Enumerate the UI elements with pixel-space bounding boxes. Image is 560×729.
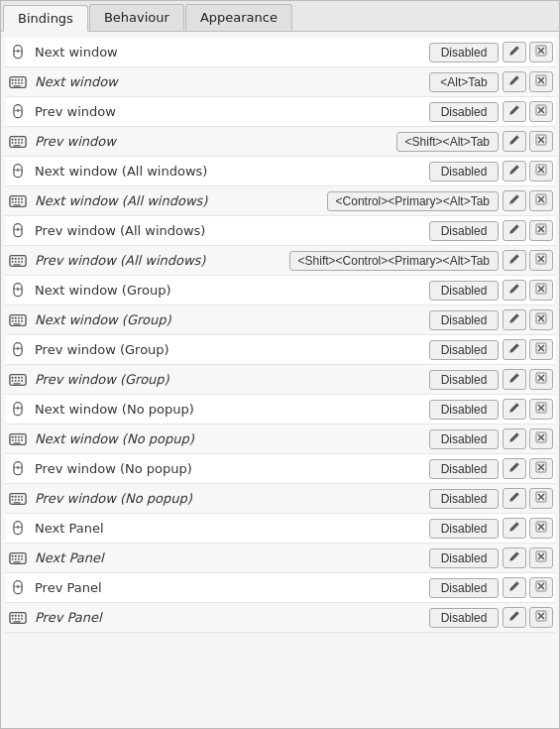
clear-binding-button[interactable] (529, 280, 553, 301)
edit-binding-button[interactable] (503, 131, 526, 152)
clear-binding-button[interactable] (529, 309, 553, 330)
binding-shortcut-button[interactable]: Disabled (429, 519, 499, 539)
clear-binding-button[interactable] (529, 131, 553, 152)
mouse-icon (7, 101, 29, 123)
binding-label: Next window (Group) (33, 312, 429, 327)
binding-shortcut-button[interactable]: Disabled (429, 102, 499, 122)
keyboard-icon (7, 369, 29, 391)
binding-shortcut-button[interactable]: <Alt>Tab (429, 72, 499, 92)
binding-shortcut-button[interactable]: <Shift><Control><Primary><Alt>Tab (289, 251, 499, 271)
binding-value: <Control><Primary><Alt>Tab (327, 191, 499, 211)
clear-binding-button[interactable] (529, 518, 553, 539)
binding-shortcut-button[interactable]: Disabled (429, 43, 499, 62)
binding-shortcut-button[interactable]: Disabled (429, 400, 499, 420)
svg-rect-104 (18, 376, 20, 378)
binding-label: Next window (No popup) (33, 402, 429, 417)
edit-binding-button[interactable] (503, 71, 526, 92)
clear-binding-button[interactable] (529, 428, 553, 449)
edit-binding-button[interactable] (503, 428, 526, 449)
clear-binding-button[interactable] (529, 577, 553, 598)
binding-shortcut-button[interactable]: Disabled (429, 370, 499, 390)
clear-binding-button[interactable] (529, 101, 553, 122)
binding-value: Disabled (429, 340, 499, 360)
svg-rect-52 (21, 201, 23, 203)
edit-binding-button[interactable] (503, 161, 526, 182)
binding-shortcut-button[interactable]: Disabled (429, 429, 499, 449)
binding-label: Prev window (33, 104, 429, 119)
svg-rect-178 (12, 614, 14, 616)
binding-shortcut-button[interactable]: Disabled (429, 548, 499, 568)
svg-rect-87 (12, 320, 14, 322)
binding-shortcut-button[interactable]: Disabled (429, 281, 499, 301)
row-actions (503, 547, 553, 568)
clear-binding-button[interactable] (529, 339, 553, 360)
clear-binding-button[interactable] (529, 488, 553, 509)
svg-rect-27 (15, 138, 17, 140)
binding-shortcut-button[interactable]: <Control><Primary><Alt>Tab (327, 191, 499, 211)
svg-rect-28 (18, 138, 20, 140)
edit-binding-button[interactable] (503, 339, 526, 360)
svg-rect-8 (15, 78, 17, 80)
binding-shortcut-button[interactable]: Disabled (429, 340, 499, 360)
binding-shortcut-button[interactable]: Disabled (429, 162, 499, 182)
edit-binding-button[interactable] (503, 518, 526, 539)
clear-binding-button[interactable] (529, 190, 553, 211)
clear-binding-button[interactable] (529, 42, 553, 62)
clear-binding-button[interactable] (529, 369, 553, 390)
edit-binding-button[interactable] (503, 458, 526, 479)
edit-binding-button[interactable] (503, 369, 526, 390)
svg-rect-125 (12, 439, 14, 441)
clear-binding-button[interactable] (529, 71, 553, 92)
binding-shortcut-button[interactable]: Disabled (429, 221, 499, 241)
clear-binding-button[interactable] (529, 250, 553, 271)
binding-shortcut-button[interactable]: <Shift><Alt>Tab (396, 132, 499, 152)
edit-binding-button[interactable] (503, 220, 526, 241)
svg-rect-109 (21, 380, 23, 382)
edit-binding-button[interactable] (503, 250, 526, 271)
edit-binding-button[interactable] (503, 547, 526, 568)
clear-binding-button[interactable] (529, 161, 553, 182)
edit-binding-button[interactable] (503, 577, 526, 598)
tab-bindings[interactable]: Bindings (3, 5, 88, 32)
binding-label: Next window (33, 45, 429, 60)
binding-row: Next window (All windows)Disabled (5, 157, 555, 186)
svg-rect-70 (18, 261, 20, 263)
row-actions (503, 488, 553, 509)
binding-shortcut-button[interactable]: Disabled (429, 310, 499, 330)
tab-appearance[interactable]: Appearance (185, 4, 292, 31)
clear-binding-button[interactable] (529, 220, 553, 241)
row-actions (503, 399, 553, 420)
svg-rect-147 (21, 499, 23, 501)
binding-shortcut-button[interactable]: Disabled (429, 608, 499, 628)
svg-rect-106 (12, 380, 14, 382)
binding-row: Prev windowDisabled (5, 97, 555, 127)
tab-behaviour[interactable]: Behaviour (89, 4, 184, 31)
clear-binding-button[interactable] (529, 458, 553, 479)
tab-bar: Bindings Behaviour Appearance (1, 1, 559, 32)
edit-binding-button[interactable] (503, 607, 526, 628)
edit-binding-button[interactable] (503, 399, 526, 420)
clear-binding-button[interactable] (529, 607, 553, 628)
svg-rect-71 (21, 261, 23, 263)
svg-rect-69 (15, 261, 17, 263)
edit-binding-button[interactable] (503, 190, 526, 211)
mouse-icon (7, 280, 29, 302)
svg-rect-183 (15, 618, 17, 620)
binding-label: Next Panel (33, 521, 429, 536)
edit-binding-button[interactable] (503, 280, 526, 301)
binding-shortcut-button[interactable]: Disabled (429, 459, 499, 479)
svg-rect-128 (21, 439, 23, 441)
binding-row: Prev window (No popup)Disabled (5, 454, 555, 484)
edit-binding-button[interactable] (503, 309, 526, 330)
binding-shortcut-button[interactable]: Disabled (429, 489, 499, 509)
svg-rect-32 (18, 142, 20, 144)
edit-binding-button[interactable] (503, 488, 526, 509)
clear-binding-button[interactable] (529, 399, 553, 420)
binding-shortcut-button[interactable]: Disabled (429, 578, 499, 598)
edit-binding-button[interactable] (503, 42, 526, 62)
edit-binding-button[interactable] (503, 101, 526, 122)
binding-label: Next window (33, 74, 429, 89)
clear-binding-button[interactable] (529, 547, 553, 568)
binding-row: Next window (No popup)Disabled (5, 425, 555, 454)
mouse-icon (7, 220, 29, 242)
